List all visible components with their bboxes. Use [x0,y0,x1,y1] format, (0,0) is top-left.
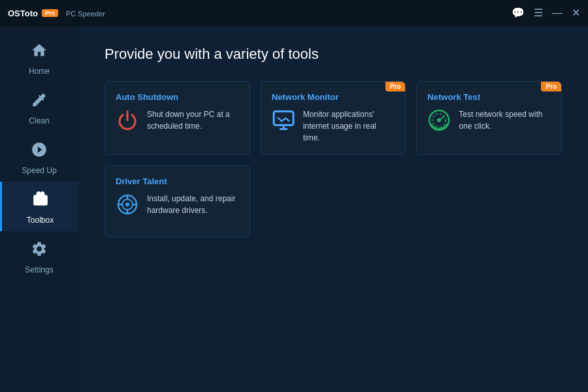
tool-desc-driver-talent: Install, update, and repair hardware dri… [147,193,239,216]
network-monitor-pro-badge: Pro [385,82,406,91]
tool-desc-network-monitor: Monitor applications' internet usage in … [303,108,395,144]
network-test-pro-badge: Pro [541,82,561,91]
tools-grid: Auto Shutdown Shut down your PC at a sch… [105,81,562,237]
speedtest-icon [427,108,451,135]
tool-name-network-test: Network Test [427,92,551,102]
driver-icon [116,193,139,220]
menu-button[interactable]: ☰ [534,8,543,18]
tool-name-network-monitor: Network Monitor [272,92,395,102]
window-controls: 💬 ☰ — ✕ [512,8,580,18]
tool-body-auto-shutdown: Shut down your PC at a scheduled time. [116,108,239,135]
tool-name-driver-talent: Driver Talent [116,176,239,186]
tool-card-network-test[interactable]: Pro Network Test Test network speed with… [416,81,562,155]
titlebar: OSToto Pro PC Speeder 💬 ☰ — ✕ [0,0,588,26]
sidebar-label-settings: Settings [25,265,53,274]
tool-name-auto-shutdown: Auto Shutdown [116,92,239,102]
shutdown-icon [116,108,139,135]
svg-point-9 [125,203,129,206]
tool-card-auto-shutdown[interactable]: Auto Shutdown Shut down your PC at a sch… [105,81,250,155]
sidebar-label-clean: Clean [29,116,49,125]
app-name: OSToto [8,8,38,18]
clean-icon [31,91,48,112]
sidebar: Home Clean Speed Up [0,26,78,392]
monitor-icon [272,108,295,135]
home-icon [31,42,48,63]
minimize-button[interactable]: — [552,8,563,18]
app-subtitle: PC Speeder [66,10,105,18]
settings-icon [31,240,48,261]
pro-badge: Pro [42,9,58,17]
chat-button[interactable]: 💬 [512,8,525,18]
app-logo: OSToto Pro [8,8,58,18]
tool-desc-auto-shutdown: Shut down your PC at a scheduled time. [147,108,239,132]
tool-card-driver-talent[interactable]: Driver Talent Install, updat [105,165,250,237]
page-title: Provide you with a variety of tools [105,46,562,63]
sidebar-item-toolbox[interactable]: Toolbox [0,182,78,231]
svg-rect-0 [274,112,293,125]
tool-card-network-monitor[interactable]: Pro Network Monitor Monitor applications… [261,81,406,155]
sidebar-item-home[interactable]: Home [0,33,78,82]
tool-body-driver-talent: Install, update, and repair hardware dri… [116,193,239,220]
sidebar-label-toolbox: Toolbox [27,216,54,225]
tool-desc-network-test: Test network speed with one click. [459,108,551,132]
sidebar-label-speedup: Speed Up [22,166,56,175]
toolbox-icon [32,191,49,212]
content-area: Provide you with a variety of tools Auto… [78,26,588,392]
sidebar-item-settings[interactable]: Settings [0,231,78,281]
sidebar-item-speedup[interactable]: Speed Up [0,132,78,182]
sidebar-item-clean[interactable]: Clean [0,82,78,132]
speedup-icon [31,141,48,162]
tool-body-network-test: Test network speed with one click. [427,108,551,135]
close-button[interactable]: ✕ [572,8,580,18]
sidebar-label-home: Home [29,67,50,76]
svg-line-6 [439,116,444,120]
main-layout: Home Clean Speed Up [0,26,588,392]
tool-body-network-monitor: Monitor applications' internet usage in … [272,108,395,144]
